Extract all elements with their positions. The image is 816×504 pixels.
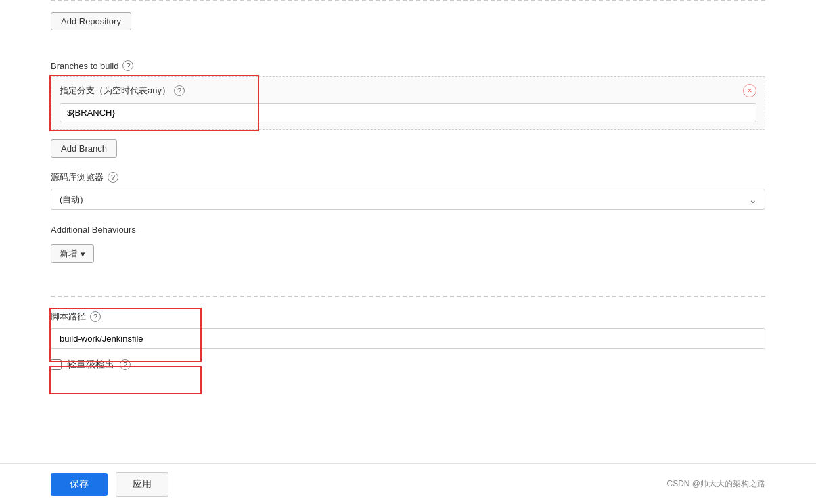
section-divider [51, 296, 765, 297]
branch-item-container: 指定分支（为空时代表any） ? × [51, 76, 765, 130]
script-path-help-icon[interactable]: ? [90, 311, 101, 322]
browser-select-wrapper: (自动) githubWeb gitoriousWeb redmineWeb ⌄ [51, 189, 765, 210]
lightweight-checkout-checkbox[interactable] [51, 359, 62, 370]
behaviours-label-text: Additional Behaviours [51, 225, 136, 235]
watermark-text: CSDN @帅大大的架构之路 [666, 478, 765, 490]
branch-item-label-text: 指定分支（为空时代表any） ? [60, 85, 185, 97]
add-repository-section: Add Repository [51, 12, 765, 44]
script-path-input[interactable] [51, 328, 765, 349]
save-button[interactable]: 保存 [51, 473, 108, 496]
branch-item-close-button[interactable]: × [743, 84, 756, 97]
branch-item-header: 指定分支（为空时代表any） ? × [60, 84, 756, 97]
browser-help-icon[interactable]: ? [108, 172, 118, 183]
branches-help-icon[interactable]: ? [122, 60, 133, 71]
bottom-spacer [0, 377, 816, 459]
page-wrapper: Add Repository Branches to build ? 指定分支（… [0, 0, 816, 504]
script-path-section: 脚本路径 ? [51, 311, 765, 349]
behaviours-section-label: Additional Behaviours [51, 225, 765, 235]
branches-label-text: Branches to build [51, 61, 118, 71]
additional-behaviours-section: Additional Behaviours 新增 ▾ [51, 225, 765, 263]
branch-specify-label: 指定分支（为空时代表any） [60, 85, 171, 97]
script-path-label: 脚本路径 ? [51, 311, 765, 323]
browser-select[interactable]: (自动) githubWeb gitoriousWeb redmineWeb [51, 189, 765, 210]
add-behaviour-label: 新增 [60, 248, 77, 260]
browser-section-label: 源码库浏览器 ? [51, 171, 765, 183]
branch-item: 指定分支（为空时代表any） ? × [51, 76, 765, 130]
branches-section-label: Branches to build ? [51, 60, 765, 71]
browser-label-text: 源码库浏览器 [51, 171, 104, 183]
bottom-bar: 保存 应用 CSDN @帅大大的架构之路 [0, 463, 816, 504]
close-icon: × [747, 86, 752, 95]
lightweight-checkout-label: 轻量级检出 [67, 359, 114, 371]
script-path-label-text: 脚本路径 [51, 311, 86, 323]
content-area: Add Repository Branches to build ? 指定分支（… [0, 1, 816, 296]
source-code-browser-section: 源码库浏览器 ? (自动) githubWeb gitoriousWeb red… [51, 171, 765, 210]
branches-to-build-section: Branches to build ? 指定分支（为空时代表any） ? × [51, 60, 765, 158]
add-behaviour-button[interactable]: 新增 ▾ [51, 244, 94, 263]
lower-section: 脚本路径 ? 轻量级检出 ? [0, 311, 816, 371]
branch-input-field[interactable] [60, 103, 756, 122]
branch-item-help-icon[interactable]: ? [174, 85, 185, 96]
apply-button[interactable]: 应用 [116, 472, 168, 497]
add-behaviour-arrow-icon: ▾ [81, 249, 85, 259]
add-branch-button[interactable]: Add Branch [51, 139, 117, 158]
lightweight-checkout-row: 轻量级检出 ? [51, 359, 765, 371]
lightweight-checkout-help-icon[interactable]: ? [120, 359, 131, 370]
add-repository-button[interactable]: Add Repository [51, 12, 131, 30]
